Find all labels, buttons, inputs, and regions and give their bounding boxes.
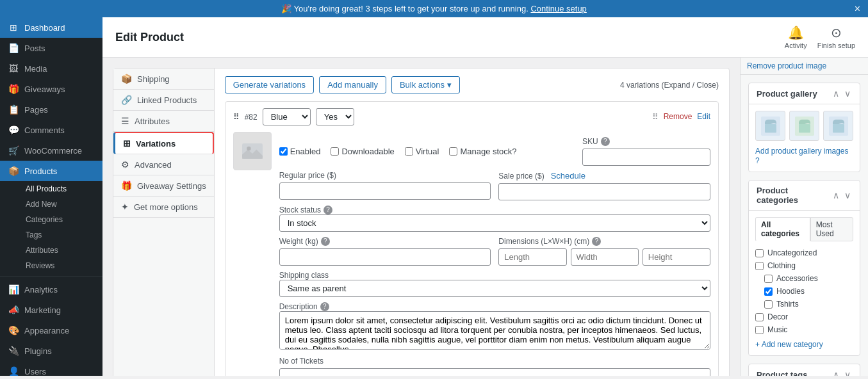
virtual-checkbox-label[interactable]: Virtual: [405, 147, 439, 156]
sale-price-input[interactable]: [498, 183, 710, 200]
remove-product-image-link[interactable]: Remove product image: [741, 58, 868, 75]
category-list: Uncategorized Clothing Accessories: [755, 246, 853, 336]
all-categories-tab[interactable]: All categories: [755, 217, 810, 241]
add-gallery-link[interactable]: Add product gallery images ?: [755, 147, 848, 165]
downloadable-checkbox-label[interactable]: Downloadable: [331, 147, 394, 156]
sidebar-item-posts[interactable]: 📄 Posts: [0, 38, 102, 58]
gallery-thumb-3[interactable]: [823, 111, 853, 141]
category-hoodies-checkbox[interactable]: [764, 287, 773, 296]
submenu-add-new[interactable]: Add New: [19, 197, 102, 212]
description-textarea[interactable]: Lorem ipsum dolor sit amet, consectetur …: [279, 311, 710, 350]
gallery-collapse-button[interactable]: ∧: [831, 88, 840, 99]
variation-status-select[interactable]: Yes No: [316, 108, 354, 125]
sidebar-item-appearance[interactable]: 🎨 Appearance: [0, 320, 102, 341]
sidebar-item-analytics[interactable]: 📊 Analytics: [0, 279, 102, 300]
enabled-checkbox-label[interactable]: Enabled: [279, 147, 321, 156]
sidebar-item-media[interactable]: 🖼 Media: [0, 58, 102, 79]
continue-setup-link[interactable]: Continue setup: [530, 4, 586, 13]
sidebar-item-dashboard[interactable]: ⊞ Dashboard: [0, 17, 102, 38]
category-music-checkbox[interactable]: [755, 326, 764, 334]
submenu-categories[interactable]: Categories: [19, 212, 102, 227]
category-uncategorized-checkbox[interactable]: [755, 249, 764, 257]
manage-stock-checkbox[interactable]: [449, 147, 457, 156]
categories-close-button[interactable]: ∨: [843, 190, 852, 200]
gallery-close-button[interactable]: ∨: [843, 88, 852, 99]
tab-advanced[interactable]: ⚙ Advanced: [113, 154, 214, 175]
categories-collapse-button[interactable]: ∧: [831, 190, 840, 200]
tags-close-button[interactable]: ∨: [843, 369, 852, 376]
weight-input[interactable]: [279, 248, 491, 266]
submenu-tags[interactable]: Tags: [19, 227, 102, 243]
sidebar-item-marketing[interactable]: 📣 Marketing: [0, 300, 102, 320]
submenu-attributes[interactable]: Attributes: [19, 243, 102, 258]
bulk-actions-dropdown[interactable]: Bulk actions ▾: [391, 76, 460, 93]
more-tab-icon: ✦: [121, 202, 129, 212]
shipping-class-select[interactable]: Same as parent Flat rate: [279, 280, 710, 297]
category-decor: Decor: [755, 310, 853, 323]
category-clothing-checkbox[interactable]: [755, 262, 764, 270]
tab-shipping[interactable]: 📦 Shipping: [113, 69, 214, 90]
pages-icon: 📋: [8, 104, 19, 115]
drag-handle-icon[interactable]: ⠿: [233, 112, 240, 122]
variation-color-select[interactable]: Blue Green Red: [263, 108, 311, 125]
sidebar-item-woocommerce[interactable]: 🛒 WooCommerce: [0, 140, 102, 161]
submenu-all-products[interactable]: All Products: [19, 181, 102, 197]
product-gallery-header: Product gallery ∧ ∨: [749, 83, 860, 104]
sidebar-item-products[interactable]: 📦 Products: [0, 161, 102, 181]
tab-variations[interactable]: ⊞ Variations: [113, 132, 214, 154]
page-title: Edit Product: [115, 31, 184, 44]
most-used-tab[interactable]: Most Used: [810, 217, 853, 241]
sidebar-item-comments[interactable]: 💬 Comments: [0, 120, 102, 140]
activity-button[interactable]: 🔔 Activity: [785, 25, 807, 49]
tab-attributes[interactable]: ☰ Attributes: [113, 111, 214, 132]
width-input[interactable]: [571, 248, 639, 266]
submenu-reviews[interactable]: Reviews: [19, 258, 102, 273]
main-content: Edit Product 🔔 Activity ⊙ Finish setup: [102, 17, 868, 376]
regular-price-input[interactable]: 45: [279, 182, 491, 200]
variation-fields-container: Enabled Downloadable Virtu: [279, 132, 710, 376]
products-icon: 📦: [8, 166, 19, 176]
tab-more-options[interactable]: ✦ Get more options: [113, 197, 214, 218]
length-input[interactable]: [498, 248, 566, 266]
tab-linked-products[interactable]: 🔗 Linked Products: [113, 90, 214, 111]
no-tickets-label: No of Tickets: [279, 357, 710, 366]
product-categories-widget: Product categories ∧ ∨ All categories Mo…: [748, 180, 860, 356]
sidebar-item-giveaways[interactable]: 🎁 Giveaways: [0, 79, 102, 99]
variations-toolbar: Generate variations Add manually Bulk ac…: [225, 76, 719, 93]
tab-giveaway-settings[interactable]: 🎁 Giveaway Settings: [113, 175, 214, 197]
manage-stock-checkbox-label[interactable]: Manage stock?: [449, 147, 516, 156]
dimensions-group: Dimensions (L×W×H) (cm) ?: [498, 237, 710, 266]
tags-collapse-button[interactable]: ∧: [831, 369, 840, 376]
virtual-checkbox[interactable]: [405, 147, 413, 156]
sku-input[interactable]: woo-hoodie-blue-logo: [582, 149, 710, 166]
category-accessories-checkbox[interactable]: [764, 275, 773, 283]
category-decor-checkbox[interactable]: [755, 313, 764, 321]
add-manually-button[interactable]: Add manually: [319, 76, 386, 93]
stock-status-select[interactable]: In stock Out of stock: [279, 214, 710, 232]
categories-body: All categories Most Used Uncategorized C…: [749, 211, 860, 355]
stock-help-icon: ?: [323, 206, 332, 214]
finish-setup-button[interactable]: ⊙ Finish setup: [817, 25, 855, 49]
stock-status-label: Stock status ?: [279, 206, 710, 214]
remove-variation-link[interactable]: Remove: [664, 112, 692, 122]
edit-variation-link[interactable]: Edit: [697, 112, 710, 122]
enabled-checkbox[interactable]: [279, 147, 288, 156]
sidebar-item-users[interactable]: 👤 Users: [0, 361, 102, 376]
category-tshirts: Tshirts: [755, 298, 853, 310]
gallery-thumb-2[interactable]: [789, 111, 819, 141]
sidebar-item-pages[interactable]: 📋 Pages: [0, 99, 102, 120]
product-tabs-layout: 📦 Shipping 🔗 Linked Products ☰ Attribute…: [113, 68, 730, 376]
height-input[interactable]: [643, 248, 710, 266]
no-tickets-input[interactable]: 2: [279, 368, 710, 376]
notification-close-button[interactable]: ×: [855, 3, 860, 15]
sidebar-item-plugins[interactable]: 🔌 Plugins: [0, 341, 102, 361]
variation-image[interactable]: [233, 132, 272, 170]
gallery-thumb-1[interactable]: [755, 111, 785, 141]
downloadable-checkbox[interactable]: [331, 147, 339, 156]
generate-variations-button[interactable]: Generate variations: [225, 76, 314, 93]
category-tshirts-checkbox[interactable]: [764, 300, 773, 309]
categories-header: Product categories ∧ ∨: [749, 181, 860, 211]
add-new-category-link[interactable]: + Add new category: [755, 340, 853, 349]
regular-price-group: Regular price ($) 45: [279, 171, 491, 200]
schedule-link[interactable]: Schedule: [551, 171, 585, 181]
